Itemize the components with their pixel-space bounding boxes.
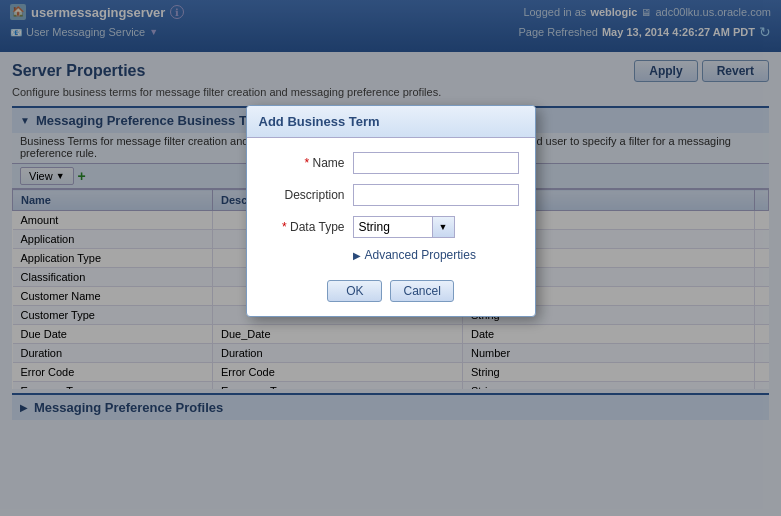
modal-body: * Name Description * Data Type ▼: [247, 138, 535, 274]
datatype-required-star: *: [282, 220, 290, 234]
datatype-label: * Data Type: [263, 220, 353, 234]
description-label: Description: [263, 188, 353, 202]
cancel-button[interactable]: Cancel: [390, 280, 453, 302]
datatype-input[interactable]: [353, 216, 433, 238]
description-input[interactable]: [353, 184, 519, 206]
advanced-expand-icon: ▶: [353, 250, 361, 261]
datatype-form-row: * Data Type ▼: [263, 216, 519, 238]
name-label: * Name: [263, 156, 353, 170]
modal-overlay: Add Business Term * Name Description * D…: [0, 0, 781, 516]
name-required-star: *: [304, 156, 312, 170]
description-form-row: Description: [263, 184, 519, 206]
modal-title-bar: Add Business Term: [247, 106, 535, 138]
name-form-row: * Name: [263, 152, 519, 174]
ok-button[interactable]: OK: [327, 280, 382, 302]
datatype-dropdown-button[interactable]: ▼: [433, 216, 455, 238]
name-input[interactable]: [353, 152, 519, 174]
datatype-dropdown-icon: ▼: [439, 222, 448, 232]
datatype-select-wrap: ▼: [353, 216, 455, 238]
modal-dialog: Add Business Term * Name Description * D…: [246, 105, 536, 317]
modal-title: Add Business Term: [259, 114, 380, 129]
advanced-label: Advanced Properties: [365, 248, 476, 262]
modal-footer: OK Cancel: [247, 274, 535, 316]
advanced-properties-row: ▶ Advanced Properties: [353, 248, 519, 262]
advanced-properties-link[interactable]: ▶ Advanced Properties: [353, 248, 476, 262]
